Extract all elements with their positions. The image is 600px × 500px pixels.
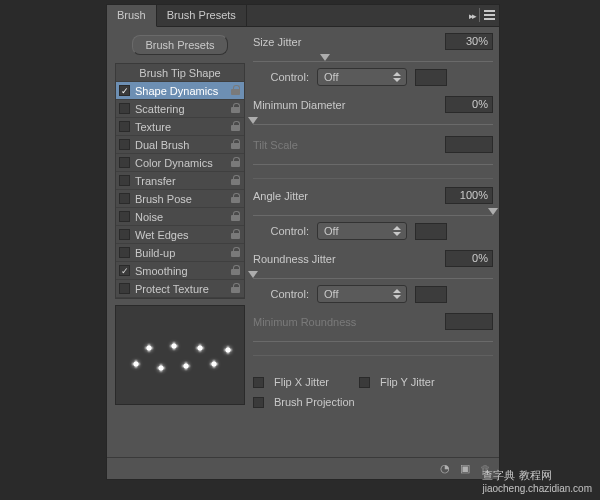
panel-tabbar: Brush Brush Presets [107,5,499,27]
shape-dynamics-settings: Size Jitter30% Control:Off Minimum Diame… [253,31,493,453]
checkbox-icon[interactable] [119,247,130,258]
row-shape-dynamics[interactable]: Shape Dynamics [116,82,244,100]
checkbox-icon[interactable] [253,377,264,388]
row-texture[interactable]: Texture [116,118,244,136]
label-tilt-scale: Tilt Scale [253,139,298,151]
roundness-control-deg [415,286,447,303]
separator [253,355,493,356]
lock-icon[interactable] [231,121,240,131]
lock-icon[interactable] [231,229,240,239]
label-control: Control: [253,288,309,300]
brush-panel: Brush Brush Presets Brush Presets Brush … [106,4,500,480]
checkbox-icon[interactable] [119,211,130,222]
row-build-up[interactable]: Build-up [116,244,244,262]
roundness-jitter-slider[interactable] [253,270,493,282]
min-diameter-slider[interactable] [253,116,493,128]
lock-icon[interactable] [231,157,240,167]
brush-preview [115,305,245,405]
label-min-roundness: Minimum Roundness [253,316,356,328]
lock-icon[interactable] [231,283,240,293]
checkbox-icon[interactable] [359,377,370,388]
lock-icon[interactable] [231,85,240,95]
row-protect-texture[interactable]: Protect Texture [116,280,244,298]
watermark: 查字典 教程网 jiaocheng.chazidian.com [482,466,592,494]
size-jitter-value[interactable]: 30% [445,33,493,50]
label-control: Control: [253,71,309,83]
row-smoothing[interactable]: Smoothing [116,262,244,280]
brush-option-list: Brush Tip Shape Shape Dynamics Scatterin… [115,63,245,299]
brush-presets-button[interactable]: Brush Presets [132,35,227,55]
slider-thumb-icon[interactable] [248,271,258,278]
label-roundness-jitter: Roundness Jitter [253,253,336,265]
row-transfer[interactable]: Transfer [116,172,244,190]
checkbox-icon[interactable] [119,139,130,150]
checkbox-icon[interactable] [119,193,130,204]
tilt-scale-value [445,136,493,153]
label-size-jitter: Size Jitter [253,36,301,48]
checkbox-icon[interactable] [119,157,130,168]
checkbox-icon[interactable] [119,265,130,276]
checkbox-icon[interactable] [253,397,264,408]
checkbox-icon[interactable] [119,121,130,132]
min-roundness-slider [253,333,493,345]
lock-icon[interactable] [231,175,240,185]
tab-brush-presets[interactable]: Brush Presets [157,5,247,26]
tab-brush[interactable]: Brush [107,5,157,27]
divider [479,8,480,22]
flip-x-jitter-checkbox[interactable]: Flip X Jitter [253,376,329,388]
min-roundness-value [445,313,493,330]
slider-thumb-icon[interactable] [488,208,498,215]
size-control-deg [415,69,447,86]
size-jitter-slider[interactable] [253,53,493,65]
toggle-preview-icon[interactable]: ◔ [440,462,450,475]
angle-control-dropdown[interactable]: Off [317,222,407,240]
lock-icon[interactable] [231,193,240,203]
checkbox-icon[interactable] [119,103,130,114]
checkbox-icon[interactable] [119,283,130,294]
roundness-jitter-value[interactable]: 0% [445,250,493,267]
brush-projection-checkbox[interactable]: Brush Projection [253,396,493,408]
row-noise[interactable]: Noise [116,208,244,226]
angle-jitter-slider[interactable] [253,207,493,219]
size-control-dropdown[interactable]: Off [317,68,407,86]
row-brush-pose[interactable]: Brush Pose [116,190,244,208]
row-wet-edges[interactable]: Wet Edges [116,226,244,244]
new-preset-icon[interactable]: ▣ [460,462,470,475]
row-dual-brush[interactable]: Dual Brush [116,136,244,154]
collapse-icon[interactable] [469,9,475,21]
label-min-diameter: Minimum Diameter [253,99,345,111]
lock-icon[interactable] [231,265,240,275]
checkbox-icon[interactable] [119,85,130,96]
label-angle-jitter: Angle Jitter [253,190,308,202]
roundness-control-dropdown[interactable]: Off [317,285,407,303]
flip-y-jitter-checkbox[interactable]: Flip Y Jitter [359,376,435,388]
checkbox-icon[interactable] [119,229,130,240]
brush-options-sidebar: Brush Presets Brush Tip Shape Shape Dyna… [115,31,245,453]
angle-control-deg [415,223,447,240]
separator [253,178,493,179]
row-scattering[interactable]: Scattering [116,100,244,118]
tilt-scale-slider [253,156,493,168]
min-diameter-value[interactable]: 0% [445,96,493,113]
lock-icon[interactable] [231,247,240,257]
slider-thumb-icon[interactable] [248,117,258,124]
row-color-dynamics[interactable]: Color Dynamics [116,154,244,172]
lock-icon[interactable] [231,211,240,221]
angle-jitter-value[interactable]: 100% [445,187,493,204]
panel-footer: ◔ ▣ 🗑 [107,457,499,479]
lock-icon[interactable] [231,139,240,149]
checkbox-icon[interactable] [119,175,130,186]
panel-menu-icon[interactable] [484,10,495,21]
row-brush-tip-shape[interactable]: Brush Tip Shape [116,64,244,82]
lock-icon[interactable] [231,103,240,113]
label-control: Control: [253,225,309,237]
slider-thumb-icon[interactable] [320,54,330,61]
